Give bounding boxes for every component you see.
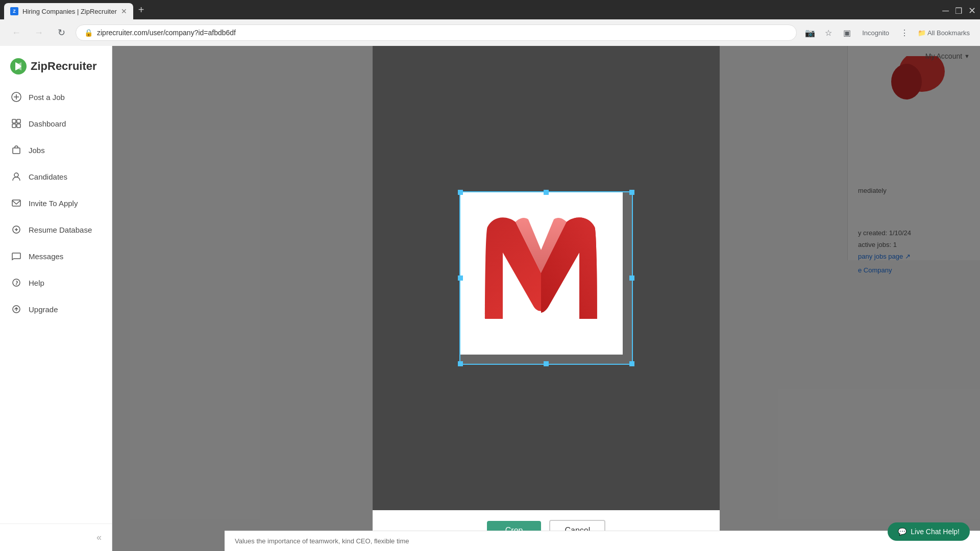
live-chat-button[interactable]: 💬 Live Chat Help! xyxy=(888,522,970,541)
sidebar-label-dashboard: Dashboard xyxy=(29,119,66,128)
sidebar-item-candidates[interactable]: Candidates xyxy=(0,164,112,189)
minimize-button[interactable]: ─ xyxy=(942,6,949,16)
camera-icon[interactable]: 📷 xyxy=(803,26,817,40)
active-tab[interactable]: Z Hiring Companies | ZipRecruiter ✕ xyxy=(4,3,133,19)
dashboard-icon xyxy=(10,117,22,130)
crop-handle-bottom-right[interactable] xyxy=(629,361,634,366)
browser-toolbar: ← → ↻ 🔒 ziprecruiter.com/user/company?id… xyxy=(0,19,980,46)
svg-rect-10 xyxy=(12,200,20,206)
crop-handle-bottom-middle[interactable] xyxy=(544,361,549,366)
svg-rect-6 xyxy=(12,124,16,128)
invite-to-apply-icon xyxy=(10,197,22,209)
toolbar-icons: 📷 ☆ ▣ Incognito ⋮ 📁 All Bookmarks xyxy=(803,26,972,40)
my-account-chevron: ▼ xyxy=(964,53,970,59)
sidebar-label-messages: Messages xyxy=(29,252,63,261)
all-bookmarks-label[interactable]: 📁 All Bookmarks xyxy=(916,26,972,40)
sidebar-label-upgrade: Upgrade xyxy=(29,305,58,314)
live-chat-icon: 💬 xyxy=(898,528,906,536)
ziprecruiter-logo-icon xyxy=(10,58,27,74)
modal-backdrop: Crop Cancel xyxy=(112,46,980,551)
svg-rect-7 xyxy=(17,124,20,128)
jobs-icon xyxy=(10,144,22,156)
sidebar-item-resume-database[interactable]: Resume Database xyxy=(0,217,112,242)
svg-point-9 xyxy=(14,173,18,177)
extensions-icon[interactable]: ⋮ xyxy=(897,26,912,40)
back-button[interactable]: ← xyxy=(8,24,24,41)
sidebar: ZipRecruiter Post a Job Dashboard Jobs xyxy=(0,46,112,551)
sidebar-label-post-a-job: Post a Job xyxy=(29,93,65,102)
crop-handle-top-middle[interactable] xyxy=(544,190,549,195)
sidebar-logo-text: ZipRecruiter xyxy=(31,60,97,73)
new-tab-button[interactable]: + xyxy=(133,4,150,16)
sidebar-item-messages[interactable]: Messages xyxy=(0,244,112,268)
crop-image-container[interactable] xyxy=(459,191,633,365)
messages-icon xyxy=(10,250,22,262)
help-icon xyxy=(10,277,22,289)
profile-icon[interactable]: Incognito xyxy=(858,26,893,40)
sidebar-item-help[interactable]: Help xyxy=(0,270,112,295)
my-account-label: My Account xyxy=(925,52,962,60)
resume-database-icon xyxy=(10,223,22,236)
upgrade-icon xyxy=(10,303,22,315)
crop-handle-middle-right[interactable] xyxy=(629,276,634,281)
sidebar-label-help: Help xyxy=(29,279,44,287)
sidebar-navigation: Post a Job Dashboard Jobs Candidates xyxy=(0,85,112,321)
sidebar-collapse-button[interactable]: « xyxy=(96,532,102,543)
sidebar-item-invite-to-apply[interactable]: Invite To Apply xyxy=(0,191,112,215)
bottom-bar-text: Values the importance of teamwork, kind … xyxy=(235,537,409,545)
crop-handle-middle-left[interactable] xyxy=(458,276,463,281)
tab-title: Hiring Companies | ZipRecruiter xyxy=(22,8,117,15)
forward-button[interactable]: → xyxy=(31,24,47,41)
crop-handle-top-right[interactable] xyxy=(629,190,634,195)
close-button[interactable]: ✕ xyxy=(968,5,976,16)
sidebar-item-jobs[interactable]: Jobs xyxy=(0,138,112,162)
maximize-button[interactable]: ❒ xyxy=(955,6,962,16)
bookmark-icon[interactable]: ☆ xyxy=(821,26,836,40)
sidebar-panel-icon[interactable]: ▣ xyxy=(840,26,854,40)
post-a-job-icon xyxy=(10,91,22,103)
sidebar-item-upgrade[interactable]: Upgrade xyxy=(0,297,112,321)
url-text: ziprecruiter.com/user/company?id=afbdb6d… xyxy=(97,29,236,37)
my-account-button[interactable]: My Account ▼ xyxy=(915,46,980,66)
crop-selection-box[interactable] xyxy=(459,191,633,365)
tab-favicon: Z xyxy=(10,7,18,15)
sidebar-label-invite-to-apply: Invite To Apply xyxy=(29,199,78,208)
bottom-bar: Values the importance of teamwork, kind … xyxy=(225,531,980,551)
crop-area[interactable] xyxy=(373,46,720,510)
svg-rect-4 xyxy=(12,119,16,123)
sidebar-label-resume-database: Resume Database xyxy=(29,226,92,234)
sidebar-logo: ZipRecruiter xyxy=(0,54,112,85)
sidebar-item-post-a-job[interactable]: Post a Job xyxy=(0,85,112,109)
browser-chrome: Z Hiring Companies | ZipRecruiter ✕ + ─ … xyxy=(0,0,980,46)
sidebar-item-dashboard[interactable]: Dashboard xyxy=(0,111,112,136)
crop-handle-top-left[interactable] xyxy=(458,190,463,195)
crop-handle-bottom-left[interactable] xyxy=(458,361,463,366)
lock-icon: 🔒 xyxy=(84,29,93,37)
crop-modal xyxy=(373,46,720,510)
incognito-label: Incognito xyxy=(862,29,889,37)
sidebar-label-jobs: Jobs xyxy=(29,146,45,155)
browser-tabs: Z Hiring Companies | ZipRecruiter ✕ + ─ … xyxy=(0,0,980,19)
address-bar[interactable]: 🔒 ziprecruiter.com/user/company?id=afbdb… xyxy=(76,24,797,41)
candidates-icon xyxy=(10,170,22,183)
svg-rect-5 xyxy=(17,119,20,123)
app-layout: ZipRecruiter Post a Job Dashboard Jobs xyxy=(0,46,980,551)
svg-rect-8 xyxy=(13,148,20,154)
refresh-button[interactable]: ↻ xyxy=(53,24,69,41)
svg-point-12 xyxy=(13,279,20,286)
tab-close-button[interactable]: ✕ xyxy=(121,7,127,15)
main-content: My Account ▼ mediately y created: 1/10/2… xyxy=(112,46,980,551)
live-chat-label: Live Chat Help! xyxy=(911,528,960,536)
sidebar-label-candidates: Candidates xyxy=(29,172,67,181)
